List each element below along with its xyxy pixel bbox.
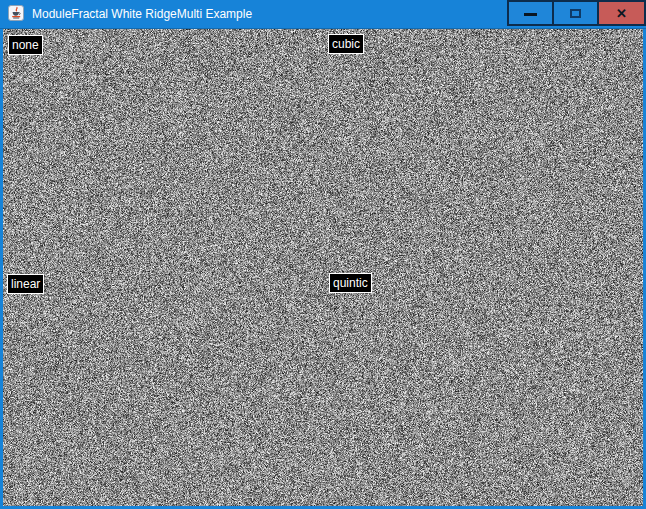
application-window: ModuleFractal White RidgeMulti Example ✕… — [0, 0, 646, 509]
java-coffee-cup-icon — [8, 5, 24, 21]
maximize-icon — [570, 9, 581, 18]
window-title: ModuleFractal White RidgeMulti Example — [32, 0, 252, 28]
interp-label-none: none — [8, 35, 43, 55]
close-icon: ✕ — [616, 7, 627, 20]
titlebar[interactable]: ModuleFractal White RidgeMulti Example ✕ — [0, 0, 646, 29]
noise-render-canvas — [3, 29, 643, 506]
interp-label-quintic: quintic — [329, 273, 372, 293]
minimize-button[interactable] — [507, 0, 554, 26]
interp-label-linear: linear — [7, 274, 44, 294]
close-button[interactable]: ✕ — [597, 0, 646, 26]
window-controls: ✕ — [507, 0, 646, 26]
interp-label-cubic: cubic — [328, 34, 364, 54]
maximize-button[interactable] — [552, 0, 599, 26]
minimize-icon — [524, 13, 537, 16]
client-area: none cubic linear quintic — [3, 29, 643, 506]
